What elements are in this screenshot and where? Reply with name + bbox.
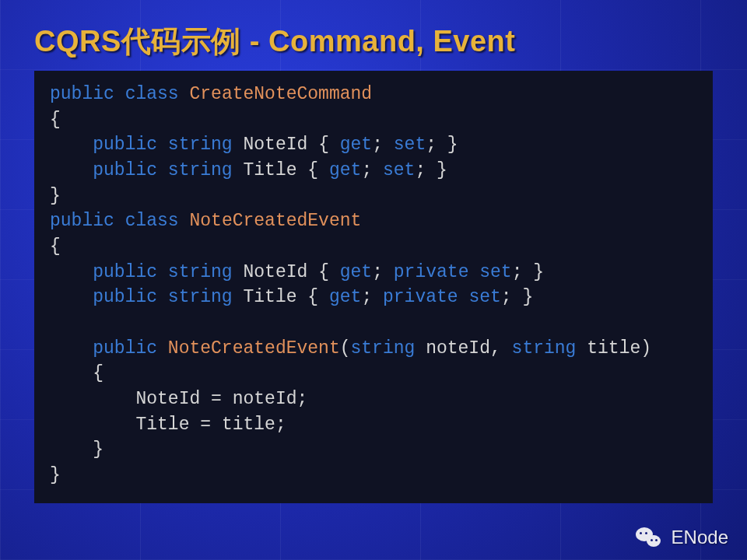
kw-class: class: [125, 84, 179, 104]
wechat-icon: [636, 526, 664, 549]
kw-public: public: [93, 262, 157, 282]
assign-lhs: NoteId: [135, 389, 200, 409]
kw-string: string: [351, 338, 416, 359]
brace-open: {: [50, 236, 61, 257]
kw-public: public: [93, 338, 157, 359]
kw-public: public: [50, 211, 114, 231]
prop-name: NoteId: [244, 135, 308, 155]
brace-open: {: [50, 110, 61, 130]
kw-private: private: [383, 287, 458, 307]
kw-get: get: [340, 135, 372, 155]
kw-string: string: [168, 287, 233, 307]
prop-name: Title: [244, 160, 297, 180]
kw-private: private: [394, 262, 469, 282]
kw-public: public: [50, 84, 114, 104]
brace-close: }: [50, 439, 103, 460]
kw-set: set: [468, 287, 500, 307]
code-block: public class CreateNoteCommand { public …: [34, 71, 713, 503]
kw-get: get: [329, 160, 361, 180]
assign-rhs: noteId: [233, 389, 297, 409]
kw-set: set: [383, 160, 415, 180]
assign-rhs: title: [222, 415, 275, 435]
param: noteId: [426, 338, 490, 359]
kw-class: class: [125, 211, 179, 231]
type-name: NoteCreatedEvent: [189, 211, 361, 231]
slide-title: CQRS代码示例 - Command, Event: [34, 22, 713, 61]
kw-public: public: [93, 160, 157, 180]
brace-open: {: [50, 363, 103, 383]
footer-label: ENode: [672, 527, 728, 548]
kw-public: public: [93, 287, 157, 307]
kw-set: set: [394, 135, 426, 155]
ctor-name: NoteCreatedEvent: [168, 338, 340, 359]
kw-string: string: [168, 262, 233, 282]
prop-name: NoteId: [244, 262, 308, 282]
assign-lhs: Title: [135, 415, 189, 435]
kw-get: get: [340, 262, 372, 282]
kw-string: string: [512, 338, 577, 359]
footer: ENode: [636, 526, 728, 549]
brace-close: }: [50, 186, 61, 206]
kw-string: string: [168, 160, 233, 180]
brace-close: }: [50, 465, 61, 485]
prop-name: Title: [244, 287, 297, 307]
slide: CQRS代码示例 - Command, Event public class C…: [0, 0, 747, 560]
param: title: [587, 338, 640, 359]
kw-set: set: [479, 262, 511, 282]
kw-get: get: [329, 287, 361, 307]
kw-public: public: [93, 135, 157, 155]
type-name: CreateNoteCommand: [189, 84, 372, 104]
kw-string: string: [168, 135, 233, 155]
